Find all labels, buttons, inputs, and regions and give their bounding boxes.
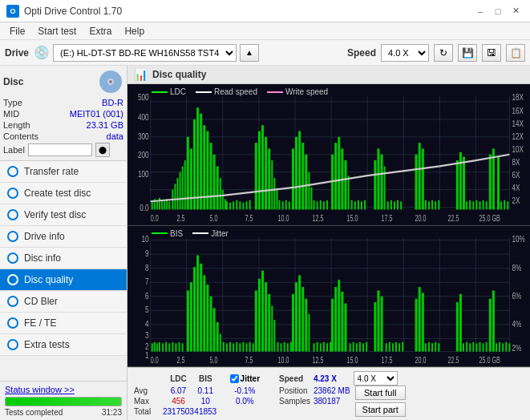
svg-text:0.0: 0.0 bbox=[151, 355, 159, 365]
drive-select-area: 💿 (E:) HL-DT-ST BD-RE WH16NS58 TST4 ▲ bbox=[34, 44, 336, 62]
svg-rect-219 bbox=[175, 343, 176, 351]
svg-rect-265 bbox=[479, 341, 480, 351]
nav-items: Transfer rateCreate test discVerify test… bbox=[0, 161, 127, 356]
svg-rect-71 bbox=[377, 148, 379, 209]
refresh-button[interactable]: ↻ bbox=[434, 44, 453, 62]
svg-rect-214 bbox=[159, 341, 160, 351]
export-button[interactable]: 📋 bbox=[506, 44, 525, 62]
disc-title: Disc bbox=[3, 76, 23, 87]
maximize-button[interactable]: □ bbox=[490, 3, 506, 19]
svg-rect-83 bbox=[226, 201, 228, 209]
svg-rect-115 bbox=[466, 201, 467, 209]
svg-rect-179 bbox=[200, 263, 202, 351]
sidebar-item-verify-test-disc[interactable]: Verify test disc bbox=[0, 204, 127, 226]
menu-file[interactable]: File bbox=[3, 24, 31, 38]
svg-rect-31 bbox=[174, 184, 176, 209]
svg-rect-243 bbox=[350, 343, 351, 351]
disc-length-label: Length bbox=[3, 120, 30, 130]
svg-rect-104 bbox=[364, 200, 366, 210]
disc-mid-value: MEIT01 (001) bbox=[70, 109, 123, 119]
start-part-button[interactable]: Start part bbox=[355, 402, 406, 417]
svg-rect-69 bbox=[348, 176, 350, 209]
close-button[interactable]: ✕ bbox=[508, 3, 524, 19]
sidebar-item-disc-info[interactable]: Disc info bbox=[0, 248, 127, 269]
svg-rect-187 bbox=[258, 278, 261, 351]
svg-text:7: 7 bbox=[145, 276, 149, 286]
svg-rect-229 bbox=[246, 343, 248, 351]
svg-rect-22 bbox=[152, 201, 153, 209]
svg-rect-225 bbox=[233, 343, 234, 351]
svg-rect-88 bbox=[242, 203, 244, 210]
svg-rect-217 bbox=[168, 343, 170, 351]
svg-rect-121 bbox=[486, 201, 488, 209]
svg-text:18X: 18X bbox=[512, 92, 524, 103]
sidebar-item-cd-bler[interactable]: CD Bler bbox=[0, 291, 127, 313]
sidebar-item-transfer-rate[interactable]: Transfer rate bbox=[0, 161, 127, 183]
disc-quality-icon bbox=[6, 273, 19, 286]
disc-contents-value: data bbox=[107, 131, 123, 141]
sidebar-item-disc-quality[interactable]: Disc quality bbox=[0, 269, 127, 291]
drive-label: Drive bbox=[5, 47, 29, 59]
svg-rect-207 bbox=[415, 298, 418, 351]
sidebar-item-fe-te[interactable]: FE / TE bbox=[0, 313, 127, 334]
extra-tests-label: Extra tests bbox=[24, 339, 70, 350]
start-full-button[interactable]: Start full bbox=[355, 386, 406, 400]
svg-rect-113 bbox=[435, 201, 436, 209]
svg-text:5.0: 5.0 bbox=[209, 214, 217, 224]
bis-max: 10 bbox=[194, 396, 217, 406]
speed-select[interactable]: 4.0 X bbox=[354, 371, 398, 386]
cd-bler-label: CD Bler bbox=[24, 296, 58, 307]
svg-rect-87 bbox=[239, 201, 241, 209]
position-value: 23862 MB bbox=[310, 386, 350, 396]
svg-rect-218 bbox=[172, 341, 173, 351]
svg-rect-184 bbox=[216, 321, 219, 351]
svg-rect-119 bbox=[479, 201, 480, 209]
bis-col-header: BIS bbox=[194, 371, 217, 386]
svg-rect-53 bbox=[268, 148, 270, 209]
svg-rect-213 bbox=[492, 290, 495, 351]
drive-dropdown[interactable]: (E:) HL-DT-ST BD-RE WH16NS58 TST4 bbox=[53, 44, 237, 62]
svg-rect-178 bbox=[196, 255, 199, 351]
disc-mid-row: MID MEIT01 (001) bbox=[3, 109, 123, 119]
sidebar-item-create-test-disc[interactable]: Create test disc bbox=[0, 183, 127, 204]
menu-start-test[interactable]: Start test bbox=[31, 24, 83, 38]
svg-rect-43 bbox=[209, 143, 212, 209]
label-browse-button[interactable]: ⬤ bbox=[95, 143, 110, 157]
svg-text:4%: 4% bbox=[512, 318, 521, 329]
sidebar-item-drive-info[interactable]: Drive info bbox=[0, 226, 127, 248]
svg-rect-197 bbox=[305, 298, 307, 351]
svg-rect-209 bbox=[422, 293, 424, 351]
svg-rect-91 bbox=[279, 200, 281, 210]
max-row-label: Max bbox=[134, 396, 163, 406]
svg-rect-79 bbox=[463, 157, 465, 210]
progress-bar-container bbox=[5, 397, 122, 406]
svg-text:1: 1 bbox=[145, 349, 149, 360]
sidebar-item-extra-tests[interactable]: Extra tests bbox=[0, 334, 127, 356]
svg-rect-35 bbox=[184, 160, 186, 209]
eject-button[interactable]: ▲ bbox=[240, 44, 259, 62]
svg-rect-224 bbox=[229, 341, 231, 351]
disc-button[interactable]: 💾 bbox=[458, 44, 477, 62]
status-window-button[interactable]: Status window >> bbox=[5, 385, 75, 394]
content-area: 📊 Disc quality LDC Read speed bbox=[127, 66, 530, 420]
svg-rect-234 bbox=[284, 341, 285, 351]
samples-value: 380187 bbox=[310, 396, 350, 406]
drive-icon: 💿 bbox=[34, 45, 50, 60]
jitter-checkbox-label[interactable]: Jitter bbox=[230, 374, 260, 383]
jitter-checkbox[interactable] bbox=[230, 374, 239, 383]
svg-rect-110 bbox=[425, 200, 427, 210]
speed-dropdown[interactable]: 4.0 X bbox=[381, 44, 429, 62]
svg-rect-72 bbox=[381, 155, 383, 210]
svg-rect-201 bbox=[338, 280, 340, 351]
top-chart-legend: LDC Read speed Write speed bbox=[152, 87, 328, 96]
disc-label-input[interactable] bbox=[28, 143, 92, 156]
menu-help[interactable]: Help bbox=[118, 24, 151, 38]
svg-rect-198 bbox=[308, 313, 310, 351]
stats-table: LDC BIS Jitter Speed 4.23 X bbox=[134, 371, 406, 417]
disc-length-value: 23.31 GB bbox=[87, 120, 123, 130]
svg-rect-272 bbox=[508, 343, 510, 351]
save-button[interactable]: 🖫 bbox=[482, 44, 501, 62]
minimize-button[interactable]: – bbox=[472, 3, 488, 19]
ldc-legend-color bbox=[152, 91, 168, 93]
menu-extra[interactable]: Extra bbox=[83, 24, 118, 38]
